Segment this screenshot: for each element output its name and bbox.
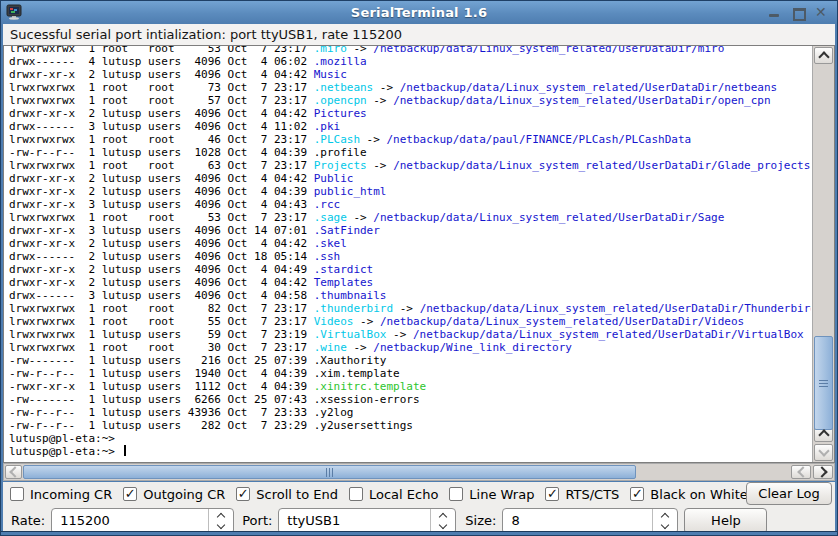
checkbox-rts-cts[interactable]: ✓RTS/CTS <box>545 487 619 502</box>
titlebar[interactable]: SerialTerminal 1.6 ✕ <box>1 1 837 24</box>
checkbox-label: Black on White <box>650 487 747 502</box>
serialterminal-window: SerialTerminal 1.6 ✕ Sucessful serial po… <box>0 0 838 536</box>
horizontal-scrollbar <box>3 463 835 481</box>
size-spinner-icon[interactable] <box>652 509 677 533</box>
terminal-text-plain: drwx------ 4 lutusp users 4096 Oct 4 06:… <box>9 55 314 68</box>
terminal-text-plain: drwx------ 3 lutusp users 4096 Oct 4 11:… <box>9 120 314 133</box>
terminal-text-plain: drwx------ 3 lutusp users 4096 Oct 4 04:… <box>9 289 314 302</box>
terminal-text-plain: lrwxrwxrwx 1 root root 82 Oct 7 23:17 <box>9 302 314 315</box>
scroll-left-button[interactable] <box>5 465 22 479</box>
rate-spinner-icon[interactable] <box>208 509 233 533</box>
terminal-text-plain: lutusp@pl-eta:~> <box>9 445 122 458</box>
terminal-text-plain: -rw------- 1 lutusp users 216 Oct 25 07:… <box>9 354 387 367</box>
terminal-text-dir: .rcc <box>314 198 341 211</box>
scroll-right-button[interactable] <box>813 465 833 479</box>
vertical-scrollbar-track[interactable] <box>814 65 833 424</box>
checkbox-label: Scroll to End <box>256 487 338 502</box>
close-icon[interactable]: ✕ <box>815 6 829 20</box>
checkbox-checked-icon: ✓ <box>123 487 137 501</box>
terminal-line: drwx------ 3 lutusp users 4096 Oct 4 04:… <box>9 289 811 302</box>
horizontal-scrollbar-thumb[interactable] <box>23 465 636 479</box>
checkbox-outgoing-cr[interactable]: ✓Outgoing CR <box>123 487 225 502</box>
checkbox-unchecked-icon <box>10 487 24 501</box>
terminal-text-plain: -rwxr-xr-x 1 lutusp users 1112 Oct 4 04:… <box>9 380 314 393</box>
terminal-text-target: /netbackup/data/Linux_system_related/Use… <box>373 46 724 55</box>
terminal-monitor-icon <box>6 4 22 20</box>
terminal-line: lrwxrwxrwx 1 root root 55 Oct 7 23:17 Vi… <box>9 315 811 328</box>
checkbox-label: RTS/CTS <box>565 487 619 502</box>
terminal-line: -rw-r--r-- 1 lutusp users 282 Oct 7 23:2… <box>9 419 811 432</box>
horizontal-scrollbar-track[interactable] <box>23 465 790 479</box>
terminal-text-plain: -> <box>347 211 374 224</box>
terminal-text-plain: lrwxrwxrwx 1 root root 46 Oct 7 23:17 <box>9 133 314 146</box>
terminal-text-plain: -> <box>393 302 420 315</box>
terminal-text-symlink: .wine <box>314 341 347 354</box>
terminal-text-plain: lrwxrwxrwx 1 root root 30 Oct 7 23:17 <box>9 341 314 354</box>
terminal-text-target: /netbackup/data/Linux_system_related/Use… <box>393 94 771 107</box>
checkbox-scroll-to-end[interactable]: ✓Scroll to End <box>236 487 338 502</box>
terminal-text-symlink: .miro <box>314 46 347 55</box>
terminal-text-dir: Public <box>314 172 354 185</box>
checkbox-label: Outgoing CR <box>143 487 225 502</box>
terminal-text-target: /netbackup/Wine_link_directory <box>373 341 572 354</box>
terminal-text-plain: -rw------- 1 lutusp users 6266 Oct 25 07… <box>9 393 420 406</box>
terminal-line: lrwxrwxrwx 1 root root 63 Oct 7 23:17 Pr… <box>9 159 811 172</box>
vertical-scrollbar <box>812 46 834 462</box>
minimize-icon[interactable] <box>767 6 781 20</box>
terminal-text-plain: drwx------ 2 lutusp users 4096 Oct 18 05… <box>9 250 314 263</box>
terminal-line: lrwxrwxrwx 1 lutusp users 59 Oct 7 23:19… <box>9 328 811 341</box>
terminal-line: drwxr-xr-x 2 lutusp users 4096 Oct 4 04:… <box>9 276 811 289</box>
status-message: Sucessful serial port intialization: por… <box>3 24 835 45</box>
terminal-text-plain: -> <box>387 328 414 341</box>
terminal-text-dir: Templates <box>314 276 374 289</box>
scroll-down-button[interactable] <box>814 444 833 461</box>
checkbox-label: Local Echo <box>369 487 438 502</box>
terminal-text-symlink: .VirtualBox <box>314 328 387 341</box>
scroll-left-button-right[interactable] <box>791 465 811 479</box>
terminal-line: drwx------ 3 lutusp users 4096 Oct 4 11:… <box>9 120 811 133</box>
terminal-text-dir: .thumbnails <box>314 289 387 302</box>
port-label: Port: <box>242 513 272 528</box>
vertical-scrollbar-thumb[interactable] <box>814 336 833 430</box>
terminal-text-target: /netbackup/data/paul/FINANCE/PLCash/PLCa… <box>387 133 692 146</box>
terminal-text-dir: Pictures <box>314 107 367 120</box>
terminal-text-target: /netbackup/data/Linux_system_related/Use… <box>373 211 724 224</box>
terminal-text-plain: drwxr-xr-x 2 lutusp users 4096 Oct 4 04:… <box>9 276 314 289</box>
checkbox-black-on-white[interactable]: ✓Black on White <box>630 487 747 502</box>
scroll-up-button[interactable] <box>814 47 833 64</box>
terminal-line: -rw-r--r-- 1 lutusp users 1940 Oct 4 04:… <box>9 367 811 380</box>
checkbox-local-echo[interactable]: Local Echo <box>349 487 438 502</box>
terminal-text-plain: -> <box>347 341 374 354</box>
terminal-output[interactable]: lrwxrwxrwx 1 root root 53 Oct 7 23:17 .m… <box>5 46 811 462</box>
terminal-line: lrwxrwxrwx 1 root root 30 Oct 7 23:17 .w… <box>9 341 811 354</box>
terminal-text-target: /netbackup/data/Linux_system_related/Use… <box>420 302 811 315</box>
clear-log-button[interactable]: Clear Log <box>746 482 832 505</box>
terminal-text-symlink: .PLCash <box>314 133 360 146</box>
terminal-text-plain: lrwxrwxrwx 1 lutusp users 59 Oct 7 23:19 <box>9 328 314 341</box>
terminal-text-dir: Music <box>314 68 347 81</box>
terminal-line: drwxr-xr-x 2 lutusp users 4096 Oct 4 04:… <box>9 237 811 250</box>
checkbox-label: Line Wrap <box>469 487 534 502</box>
checkbox-incoming-cr[interactable]: Incoming CR <box>10 487 112 502</box>
terminal-text-plain: lrwxrwxrwx 1 root root 55 Oct 7 23:17 <box>9 315 314 328</box>
terminal-line: drwx------ 2 lutusp users 4096 Oct 18 05… <box>9 250 811 263</box>
port-combobox[interactable]: ttyUSB1 <box>278 508 456 534</box>
terminal-line: -rw-r--r-- 1 lutusp users 43936 Oct 7 23… <box>9 406 811 419</box>
terminal-text-target: /netbackup/data/Linux_system_related/Use… <box>393 159 810 172</box>
terminal-text-plain: drwxr-xr-x 3 lutusp users 4096 Oct 4 04:… <box>9 198 314 211</box>
checkbox-line-wrap[interactable]: Line Wrap <box>449 487 534 502</box>
control-panel: Incoming CR✓Outgoing CR✓Scroll to EndLoc… <box>3 482 835 534</box>
port-spinner-icon[interactable] <box>430 509 455 533</box>
checkbox-checked-icon: ✓ <box>236 487 250 501</box>
terminal-text-plain: drwxr-xr-x 3 lutusp users 4096 Oct 14 07… <box>9 224 314 237</box>
maximize-icon[interactable] <box>791 6 805 20</box>
size-combobox[interactable]: 8 <box>502 508 678 534</box>
help-button[interactable]: Help <box>684 508 767 534</box>
terminal-text-target: /netbackup/data/Linux_system_related/Use… <box>400 81 778 94</box>
rate-combobox[interactable]: 115200 <box>51 508 234 534</box>
window-title: SerialTerminal 1.6 <box>1 5 837 20</box>
terminal-text-plain: -> <box>367 159 394 172</box>
terminal-text-plain: drwxr-xr-x 2 lutusp users 4096 Oct 4 04:… <box>9 237 314 250</box>
terminal-text-plain: -rw-r--r-- 1 lutusp users 282 Oct 7 23:2… <box>9 419 413 432</box>
text-cursor <box>124 445 126 456</box>
